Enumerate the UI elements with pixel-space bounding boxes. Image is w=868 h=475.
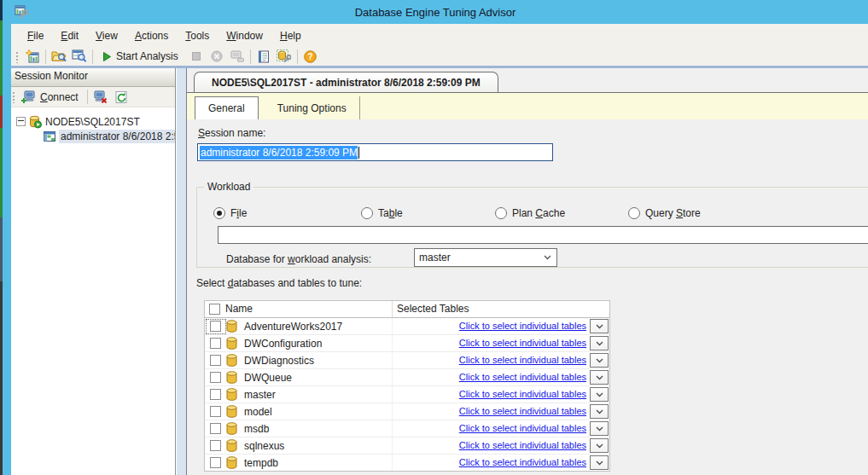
report-button[interactable] xyxy=(253,48,274,66)
db-analysis-combo[interactable]: master xyxy=(414,248,557,267)
table-row: model Click to select individual tables xyxy=(205,403,609,420)
tab-tuning-options-label: Tuning Options xyxy=(277,102,347,114)
column-divider xyxy=(392,301,393,317)
tab-strip: General Tuning Options xyxy=(187,92,868,119)
select-tables-link[interactable]: Click to select individual tables xyxy=(459,389,586,399)
table-row: tempdb Click to select individual tables xyxy=(205,454,609,471)
menu-help[interactable]: Help xyxy=(271,26,310,45)
radio-table[interactable]: Table xyxy=(361,207,403,219)
menu-bar: File Edit View Actions Tools Window Help xyxy=(11,24,868,47)
document-tab[interactable]: NODE5\SQL2017ST - administrator 8/6/2018… xyxy=(194,72,498,92)
database-name: DWDiagnostics xyxy=(244,355,314,367)
select-tables-link[interactable]: Click to select individual tables xyxy=(459,457,586,467)
session-name-input[interactable]: administrator 8/6/2018 2:59:09 PM xyxy=(197,143,553,161)
open-session-button[interactable] xyxy=(49,48,69,66)
open-workload-button[interactable] xyxy=(69,48,90,66)
main-toolbar: Start Analysis xyxy=(11,47,868,66)
workload-groupbox: Workload File Table Plan Cache xyxy=(196,181,868,268)
refresh-icon xyxy=(115,91,127,103)
new-session-button[interactable] xyxy=(22,48,43,66)
database-name: msdb xyxy=(244,423,269,435)
row-checkbox[interactable] xyxy=(210,440,221,451)
tree-item-session[interactable]: administrator 8/6/2018 2:59: xyxy=(11,129,175,143)
select-tables-link[interactable]: Click to select individual tables xyxy=(459,406,586,416)
tables-dropdown-button[interactable] xyxy=(590,336,609,350)
toolbar-grip[interactable] xyxy=(15,50,19,63)
row-checkbox[interactable] xyxy=(210,389,221,400)
tables-dropdown-button[interactable] xyxy=(590,353,609,368)
column-divider xyxy=(392,386,393,403)
database-name: tempdb xyxy=(244,457,278,469)
tab-general-label: General xyxy=(208,102,245,114)
select-tables-link[interactable]: Click to select individual tables xyxy=(459,440,586,450)
toolbar-separator xyxy=(87,90,88,104)
text-caret xyxy=(358,147,359,159)
select-tables-link[interactable]: Click to select individual tables xyxy=(459,321,586,331)
tuning-options-button[interactable] xyxy=(274,48,294,66)
menu-file[interactable]: File xyxy=(19,26,52,45)
tables-dropdown-button[interactable] xyxy=(590,319,609,333)
tables-dropdown-button[interactable] xyxy=(590,404,609,419)
panel-splitter[interactable] xyxy=(175,68,186,475)
row-checkbox[interactable] xyxy=(210,406,221,417)
menu-actions[interactable]: Actions xyxy=(126,26,177,45)
toolbar-grip[interactable] xyxy=(12,90,15,103)
tables-dropdown-button[interactable] xyxy=(590,455,609,470)
titlebar: Database Engine Tuning Advisor xyxy=(3,0,868,24)
column-header-selected-tables: Selected Tables xyxy=(397,303,469,315)
connect-button[interactable]: Connect xyxy=(19,88,84,107)
session-node-label: administrator 8/6/2018 2:59: xyxy=(59,130,175,143)
document-tab-title: NODE5\SQL2017ST - administrator 8/6/2018… xyxy=(212,77,481,89)
radio-query-store[interactable]: Query Store xyxy=(628,207,701,219)
workload-file-input[interactable] xyxy=(218,226,868,244)
radio-plan-cache[interactable]: Plan Cache xyxy=(495,207,565,219)
table-row: DWConfiguration Click to select individu… xyxy=(205,334,609,351)
document-tab-row: NODE5\SQL2017ST - administrator 8/6/2018… xyxy=(187,68,868,92)
menu-view[interactable]: View xyxy=(87,26,126,45)
database-icon xyxy=(226,422,237,435)
tab-general[interactable]: General xyxy=(195,96,259,119)
menu-window[interactable]: Window xyxy=(218,26,271,45)
help-button[interactable]: ? xyxy=(300,48,321,66)
row-checkbox[interactable] xyxy=(210,338,221,349)
refresh-button[interactable] xyxy=(111,88,131,106)
tables-dropdown-button[interactable] xyxy=(590,438,609,453)
export-button xyxy=(227,48,248,66)
session-monitor-panel: Session Monitor Connect xyxy=(11,68,175,475)
select-tables-link[interactable]: Click to select individual tables xyxy=(459,372,586,382)
radio-file-label: File xyxy=(230,207,247,219)
radio-file-dot xyxy=(213,207,225,219)
disconnect-button[interactable] xyxy=(90,88,111,106)
row-checkbox[interactable] xyxy=(210,423,221,434)
tables-dropdown-button[interactable] xyxy=(590,387,609,402)
row-checkbox[interactable] xyxy=(210,457,221,468)
db-analysis-value: master xyxy=(419,252,451,264)
db-analysis-label: Database for workload analysis: xyxy=(226,253,371,265)
table-row: sqlnexus Click to select individual tabl… xyxy=(205,437,609,454)
tables-dropdown-button[interactable] xyxy=(590,370,609,385)
start-analysis-button[interactable]: Start Analysis xyxy=(96,48,186,66)
tables-dropdown-button[interactable] xyxy=(590,421,609,436)
tab-tuning-options[interactable]: Tuning Options xyxy=(265,96,360,119)
row-checkbox[interactable] xyxy=(210,372,221,383)
menu-edit[interactable]: Edit xyxy=(52,26,87,45)
database-icon xyxy=(226,354,237,367)
select-tables-link[interactable]: Click to select individual tables xyxy=(459,338,586,348)
table-row: DWDiagnostics Click to select individual… xyxy=(205,351,609,368)
row-checkbox[interactable] xyxy=(210,321,221,332)
collapse-expander-icon[interactable] xyxy=(16,117,26,126)
column-divider xyxy=(392,369,393,385)
row-checkbox[interactable] xyxy=(210,355,221,366)
select-all-checkbox[interactable] xyxy=(209,304,220,315)
table-row: msdb Click to select individual tables xyxy=(205,420,609,437)
help-icon: ? xyxy=(304,50,317,63)
radio-file[interactable]: File xyxy=(213,207,247,219)
session-monitor-toolbar: Connect xyxy=(11,87,175,107)
menu-tools[interactable]: Tools xyxy=(177,26,218,45)
server-node-label: NODE5\SQL2017ST xyxy=(45,116,140,128)
select-tables-link[interactable]: Click to select individual tables xyxy=(459,423,586,433)
sql-server-icon xyxy=(29,115,42,129)
new-session-icon xyxy=(26,49,40,64)
tree-item-server[interactable]: NODE5\SQL2017ST xyxy=(11,114,175,129)
select-tables-link[interactable]: Click to select individual tables xyxy=(459,355,586,365)
